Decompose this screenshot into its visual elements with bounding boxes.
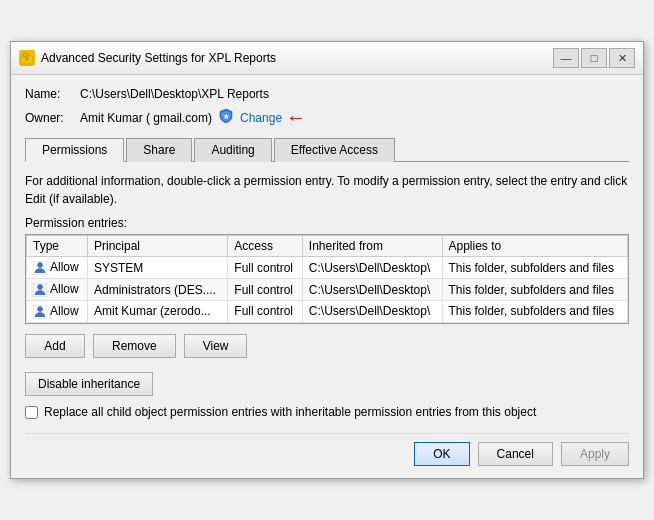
remove-button[interactable]: Remove (93, 334, 176, 358)
shield-icon: ★ (218, 108, 234, 127)
cell-inherited-from: C:\Users\Dell\Desktop\ (302, 279, 442, 301)
col-principal: Principal (88, 236, 228, 257)
cell-applies-to: This folder, subfolders and files (442, 301, 627, 323)
title-bar-left: Advanced Security Settings for XPL Repor… (19, 50, 276, 66)
arrow-icon: ← (286, 106, 306, 129)
table-row[interactable]: Allow Amit Kumar (zerodo... Full control… (27, 301, 628, 323)
disable-inheritance-button[interactable]: Disable inheritance (25, 372, 153, 396)
cell-applies-to: This folder, subfolders and files (442, 279, 627, 301)
bottom-buttons: OK Cancel Apply (25, 433, 629, 466)
cell-inherited-from: C:\Users\Dell\Desktop\ (302, 257, 442, 279)
permission-table: Type Principal Access Inherited from App… (26, 235, 628, 322)
maximize-button[interactable]: □ (581, 48, 607, 68)
col-type: Type (27, 236, 88, 257)
owner-row: Owner: Amit Kumar ( gmail.com) ★ Change … (25, 106, 629, 129)
title-bar: Advanced Security Settings for XPL Repor… (11, 42, 643, 75)
tab-auditing[interactable]: Auditing (194, 138, 271, 162)
permission-entries-label: Permission entries: (25, 216, 629, 230)
window-title: Advanced Security Settings for XPL Repor… (41, 51, 276, 65)
cell-access: Full control (228, 279, 303, 301)
permission-table-container[interactable]: Type Principal Access Inherited from App… (25, 234, 629, 323)
cell-principal: Amit Kumar (zerodo... (88, 301, 228, 323)
col-inherited-from: Inherited from (302, 236, 442, 257)
svg-point-6 (38, 285, 43, 290)
col-applies-to: Applies to (442, 236, 627, 257)
cell-access: Full control (228, 257, 303, 279)
name-label: Name: (25, 87, 80, 101)
window-icon (19, 50, 35, 66)
table-row[interactable]: Allow SYSTEM Full control C:\Users\Dell\… (27, 257, 628, 279)
svg-point-8 (38, 306, 43, 311)
close-button[interactable]: ✕ (609, 48, 635, 68)
view-button[interactable]: View (184, 334, 248, 358)
replace-permissions-checkbox[interactable] (25, 406, 38, 419)
cell-inherited-from: C:\Users\Dell\Desktop\ (302, 301, 442, 323)
checkbox-row: Replace all child object permission entr… (25, 404, 629, 421)
owner-value: Amit Kumar ( gmail.com) (80, 111, 212, 125)
owner-label: Owner: (25, 111, 80, 125)
apply-button[interactable]: Apply (561, 442, 629, 466)
permissions-section: For additional information, double-click… (25, 172, 629, 420)
action-buttons: Add Remove View (25, 334, 629, 358)
section-description: For additional information, double-click… (25, 172, 629, 208)
name-value: C:\Users\Dell\Desktop\XPL Reports (80, 87, 269, 101)
cell-type: Allow (27, 257, 88, 279)
svg-point-4 (38, 263, 43, 268)
svg-text:★: ★ (223, 113, 230, 120)
change-link[interactable]: Change (240, 111, 282, 125)
cell-principal: SYSTEM (88, 257, 228, 279)
minimize-button[interactable]: — (553, 48, 579, 68)
name-row: Name: C:\Users\Dell\Desktop\XPL Reports (25, 87, 629, 101)
svg-point-2 (26, 58, 29, 61)
checkbox-label: Replace all child object permission entr… (44, 404, 536, 421)
cell-applies-to: This folder, subfolders and files (442, 257, 627, 279)
tab-effective-access[interactable]: Effective Access (274, 138, 395, 162)
cell-type: Allow (27, 301, 88, 323)
cell-type: Allow (27, 279, 88, 301)
ok-button[interactable]: OK (414, 442, 469, 466)
main-window: Advanced Security Settings for XPL Repor… (10, 41, 644, 478)
content-area: Name: C:\Users\Dell\Desktop\XPL Reports … (11, 75, 643, 477)
add-button[interactable]: Add (25, 334, 85, 358)
title-buttons: — □ ✕ (553, 48, 635, 68)
disable-inheritance-row: Disable inheritance (25, 364, 629, 396)
tab-permissions[interactable]: Permissions (25, 138, 124, 162)
cell-principal: Administrators (DES.... (88, 279, 228, 301)
tabs: Permissions Share Auditing Effective Acc… (25, 137, 629, 162)
table-row[interactable]: Allow Administrators (DES.... Full contr… (27, 279, 628, 301)
col-access: Access (228, 236, 303, 257)
cell-access: Full control (228, 301, 303, 323)
tab-share[interactable]: Share (126, 138, 192, 162)
cancel-button[interactable]: Cancel (478, 442, 553, 466)
